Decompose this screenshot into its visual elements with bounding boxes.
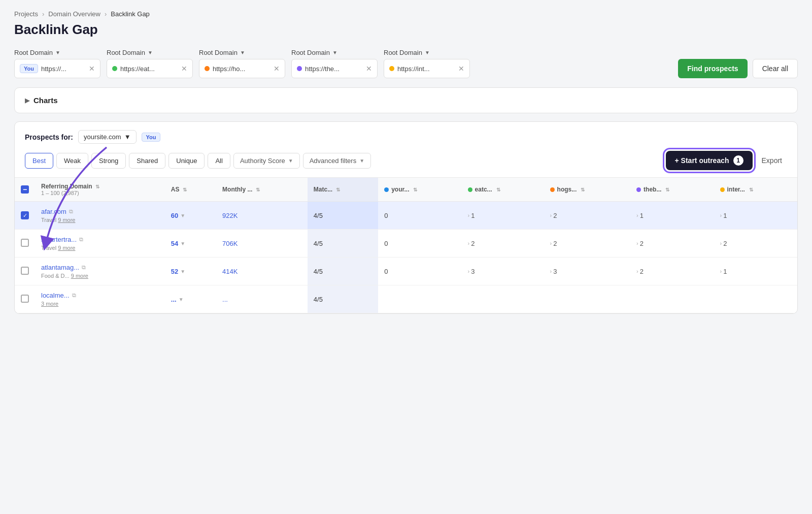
- authority-score-chevron: ▼: [288, 158, 293, 164]
- dot-purple: [297, 66, 302, 71]
- remove-domain-1[interactable]: ✕: [89, 65, 95, 72]
- charts-toggle[interactable]: ▶ Charts: [25, 96, 787, 105]
- start-outreach-button[interactable]: + Start outreach 1: [666, 151, 753, 170]
- select-all-checkbox[interactable]: −: [21, 185, 29, 194]
- row-3-checkbox[interactable]: [21, 295, 29, 303]
- th-referring-domain-label: Referring Domain ⇅: [41, 183, 159, 190]
- row-1-your: 0: [378, 230, 461, 258]
- row-0-as: 60 ▼: [165, 202, 216, 230]
- th-match[interactable]: Matc... ⇅: [308, 178, 378, 202]
- row-2-more-tag[interactable]: 9 more: [71, 273, 88, 279]
- prospects-for-row: Prospects for: yoursite.com ▼ You: [25, 130, 787, 144]
- row-0-domain-link[interactable]: afar.com ⧉: [41, 208, 159, 215]
- th-your[interactable]: your... ⇅: [378, 178, 461, 202]
- row-2-domain-sub: Food & D... 9 more: [41, 273, 159, 279]
- row-3-more-tag[interactable]: 3 more: [41, 301, 58, 307]
- row-3-as: ... ▼: [165, 285, 216, 313]
- clear-all-button[interactable]: Clear all: [753, 59, 798, 78]
- advanced-filters-label: Advanced filters: [310, 157, 357, 165]
- row-3-domain-link[interactable]: localme... ⧉: [41, 292, 159, 299]
- dot-blue-header: [384, 187, 389, 192]
- row-1-checkbox-cell: [15, 230, 35, 258]
- domain-input-2[interactable]: https://eat... ✕: [107, 59, 193, 78]
- row-0-more-tag[interactable]: 9 more: [58, 217, 75, 223]
- tab-strong[interactable]: Strong: [91, 153, 126, 169]
- domain-input-1[interactable]: You https://... ✕: [14, 59, 100, 78]
- row-2-monthly: 414K: [216, 258, 308, 285]
- row-1-domain-link[interactable]: smartertra... ⧉: [41, 236, 159, 243]
- breadcrumb-sep2: ›: [105, 10, 107, 18]
- row-2-hogs: › 3: [544, 258, 631, 285]
- domain-label-2[interactable]: Root Domain ▼: [107, 49, 193, 56]
- row-1-checkbox[interactable]: [21, 239, 29, 247]
- th-monthly[interactable]: Monthly ... ⇅: [216, 178, 308, 202]
- row-0-domain-cell: afar.com ⧉ Travel 9 more: [35, 202, 165, 230]
- ext-link-icon: ⧉: [79, 236, 83, 243]
- find-prospects-button[interactable]: Find prospects: [678, 59, 747, 78]
- row-2-checkbox[interactable]: [21, 267, 29, 275]
- export-button[interactable]: Export: [757, 153, 787, 168]
- remove-domain-5[interactable]: ✕: [458, 65, 464, 72]
- remove-domain-2[interactable]: ✕: [181, 65, 187, 72]
- th-inter[interactable]: inter... ⇅: [714, 178, 797, 202]
- row-2-your: 0: [378, 258, 461, 285]
- row-2-as: 52 ▼: [165, 258, 216, 285]
- th-eatc[interactable]: eatc... ⇅: [462, 178, 544, 202]
- domain-label-1[interactable]: Root Domain ▼: [14, 49, 100, 56]
- you-badge: You: [20, 64, 38, 73]
- row-1-theb: › 2: [630, 230, 714, 258]
- row-2-eatc: › 3: [462, 258, 544, 285]
- tab-all[interactable]: All: [208, 153, 230, 169]
- ext-link-icon: ⧉: [82, 264, 86, 271]
- ext-link-icon: ⧉: [72, 292, 76, 299]
- remove-domain-4[interactable]: ✕: [366, 65, 372, 72]
- domain-input-5[interactable]: https://int... ✕: [384, 59, 470, 78]
- tab-unique[interactable]: Unique: [168, 153, 205, 169]
- row-2-domain-link[interactable]: atlantamag... ⧉: [41, 264, 159, 271]
- row-1-match: 4/5: [308, 230, 378, 258]
- row-3-inter: [714, 285, 797, 313]
- domain-label-5[interactable]: Root Domain ▼: [384, 49, 470, 56]
- th-referring-domain[interactable]: Referring Domain ⇅ 1 – 100 (2,987): [35, 178, 165, 202]
- domain-label-3[interactable]: Root Domain ▼: [199, 49, 285, 56]
- dot-orange-header: [550, 187, 555, 192]
- domain-group-3: Root Domain ▼ https://ho... ✕: [199, 49, 285, 78]
- row-0-hogs: › 2: [544, 202, 631, 230]
- row-1-more-tag[interactable]: 9 more: [58, 245, 75, 251]
- row-3-hogs: [544, 285, 631, 313]
- table-row: ✓ afar.com ⧉ Travel 9 more 60 ▼922K4/50›…: [15, 202, 797, 230]
- sort-referring-domain: ⇅: [95, 184, 99, 189]
- prospects-table: − Referring Domain ⇅ 1 – 100 (2,987) AS …: [15, 177, 797, 313]
- tab-shared[interactable]: Shared: [129, 153, 165, 169]
- table-row: localme... ⧉ 3 more ... ▼...4/5: [15, 285, 797, 313]
- th-as[interactable]: AS ⇅: [165, 178, 216, 202]
- sort-eatc: ⇅: [496, 187, 500, 192]
- prospects-domain-chevron: ▼: [124, 133, 131, 141]
- tab-best[interactable]: Best: [25, 153, 53, 169]
- th-hogs[interactable]: hogs... ⇅: [544, 178, 631, 202]
- remove-domain-3[interactable]: ✕: [274, 65, 280, 72]
- domain-input-3[interactable]: https://ho... ✕: [199, 59, 285, 78]
- breadcrumb-sep1: ›: [42, 10, 44, 18]
- breadcrumb-projects[interactable]: Projects: [14, 10, 38, 18]
- sort-as: ⇅: [183, 187, 187, 192]
- breadcrumb-domain-overview[interactable]: Domain Overview: [48, 10, 100, 18]
- domain-input-4[interactable]: https://the... ✕: [291, 59, 378, 78]
- row-0-checkbox[interactable]: ✓: [21, 211, 29, 219]
- th-theb[interactable]: theb... ⇅: [630, 178, 714, 202]
- authority-score-label: Authority Score: [240, 157, 285, 165]
- row-0-checkbox-cell: ✓: [15, 202, 35, 230]
- advanced-filters-filter[interactable]: Advanced filters ▼: [303, 153, 371, 169]
- prospects-card: Prospects for: yoursite.com ▼ You Best W…: [14, 121, 798, 314]
- row-1-as: 54 ▼: [165, 230, 216, 258]
- dot-orange: [205, 66, 210, 71]
- tab-weak[interactable]: Weak: [56, 153, 88, 169]
- row-3-domain-cell: localme... ⧉ 3 more: [35, 285, 165, 313]
- row-1-domain-cell: smartertra... ⧉ Travel 9 more: [35, 230, 165, 258]
- row-1-domain-sub: Travel 9 more: [41, 245, 159, 251]
- domain-label-4[interactable]: Root Domain ▼: [291, 49, 378, 56]
- authority-score-filter[interactable]: Authority Score ▼: [233, 153, 300, 169]
- sort-inter: ⇅: [749, 187, 753, 192]
- dot-purple-header: [636, 187, 641, 192]
- prospects-domain-selector[interactable]: yoursite.com ▼: [78, 130, 137, 144]
